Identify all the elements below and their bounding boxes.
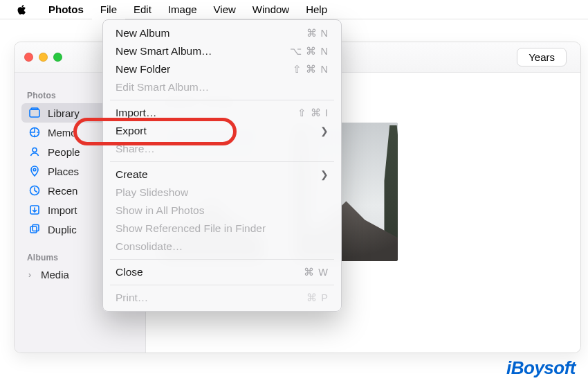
duplicates-icon <box>28 223 41 235</box>
menu-item-shortcut: ⇧ ⌘ I <box>297 107 329 118</box>
watermark: iBoysoft <box>506 357 576 379</box>
menu-item-shortcut: ⌘ W <box>304 267 329 278</box>
library-icon <box>28 107 41 119</box>
menu-item-label: Show Referenced File in Finder <box>116 222 266 235</box>
menu-item-edit-smart-album: Edit Smart Album… <box>103 78 341 96</box>
menu-item-label: Export <box>116 125 147 137</box>
menubar-app-name[interactable]: Photos <box>40 0 92 19</box>
menu-item-shortcut: ⌥ ⌘ N <box>290 46 329 57</box>
menu-item-play-slideshow: Play Slideshow <box>103 184 341 202</box>
window-controls <box>24 53 62 62</box>
menu-item-share: Share… <box>103 140 341 158</box>
view-years-button[interactable]: Years <box>517 48 567 66</box>
svg-rect-7 <box>30 226 37 233</box>
menu-item-label: Create <box>116 168 148 181</box>
menu-item-label: Consolidate… <box>116 240 183 253</box>
sidebar-item-label: Duplic <box>48 224 77 235</box>
menu-item-consolidate: Consolidate… <box>103 238 341 256</box>
sidebar-item-label: Recen <box>48 185 77 197</box>
menu-separator <box>110 259 334 260</box>
menu-item-import[interactable]: Import…⇧ ⌘ I <box>103 104 341 122</box>
menu-separator <box>110 161 334 162</box>
sidebar-item-label: Media <box>41 269 69 280</box>
menu-item-label: Edit Smart Album… <box>116 81 209 93</box>
sidebar-item-label: Import <box>48 204 77 216</box>
svg-rect-0 <box>30 109 39 117</box>
menu-item-shortcut: ⌘ N <box>306 28 329 39</box>
apple-logo-icon[interactable] <box>17 4 28 15</box>
menu-item-show-referenced-file-in-finder: Show Referenced File in Finder <box>103 220 341 238</box>
sidebar-item-label: Memo <box>48 127 77 139</box>
menu-item-label: Import… <box>116 107 156 119</box>
sidebar-item-label: People <box>48 146 80 158</box>
menu-item-label: Show in All Photos <box>116 204 204 217</box>
menu-item-close[interactable]: Close⌘ W <box>103 263 341 281</box>
chevron-right-icon: ❯ <box>320 125 329 136</box>
recents-icon <box>28 184 41 197</box>
menu-item-print: Print…⌘ P <box>103 289 341 307</box>
menubar-item-help[interactable]: Help <box>297 0 336 19</box>
menu-item-label: New Album <box>116 27 169 39</box>
menu-item-new-album[interactable]: New Album⌘ N <box>103 24 341 42</box>
file-menu-dropdown: New Album⌘ NNew Smart Album…⌥ ⌘ NNew Fol… <box>102 19 342 312</box>
menubar-item-edit[interactable]: Edit <box>125 0 160 19</box>
places-icon <box>28 165 41 177</box>
menu-item-shortcut: ⇧ ⌘ N <box>293 64 329 75</box>
menu-item-label: Share… <box>116 143 155 155</box>
svg-point-4 <box>33 168 36 171</box>
menu-item-create[interactable]: Create❯ <box>103 166 341 184</box>
menu-item-label: Play Slideshow <box>116 186 188 199</box>
menu-item-label: Close <box>116 266 143 278</box>
svg-point-3 <box>33 148 37 152</box>
menu-separator <box>110 100 334 100</box>
menubar-item-image[interactable]: Image <box>160 0 205 19</box>
chevron-right-icon: › <box>28 270 31 280</box>
menu-separator <box>110 285 334 285</box>
imports-icon <box>28 204 41 216</box>
menu-item-label: New Folder <box>116 63 170 75</box>
menu-item-show-in-all-photos: Show in All Photos <box>103 202 341 220</box>
menubar-item-window[interactable]: Window <box>244 0 297 19</box>
menu-item-label: New Smart Album… <box>116 45 212 57</box>
menu-item-shortcut: ⌘ P <box>306 292 329 303</box>
menu-item-export[interactable]: Export❯ <box>103 122 341 140</box>
close-window-button[interactable] <box>24 53 33 62</box>
sidebar-item-label: Places <box>48 166 79 177</box>
menubar-item-file[interactable]: File <box>92 0 125 19</box>
svg-rect-1 <box>31 108 38 109</box>
menu-item-new-smart-album[interactable]: New Smart Album…⌥ ⌘ N <box>103 42 341 60</box>
minimize-window-button[interactable] <box>39 53 48 62</box>
menu-item-new-folder[interactable]: New Folder⇧ ⌘ N <box>103 60 341 78</box>
menubar: Photos File Edit Image View Window Help <box>0 0 588 19</box>
memories-icon <box>28 126 41 139</box>
sidebar-item-label: Library <box>48 107 80 119</box>
people-icon <box>28 145 41 158</box>
chevron-right-icon: ❯ <box>320 169 329 180</box>
zoom-window-button[interactable] <box>53 53 62 62</box>
svg-rect-8 <box>33 225 39 231</box>
menubar-item-view[interactable]: View <box>205 0 244 19</box>
menu-item-label: Print… <box>116 292 148 304</box>
